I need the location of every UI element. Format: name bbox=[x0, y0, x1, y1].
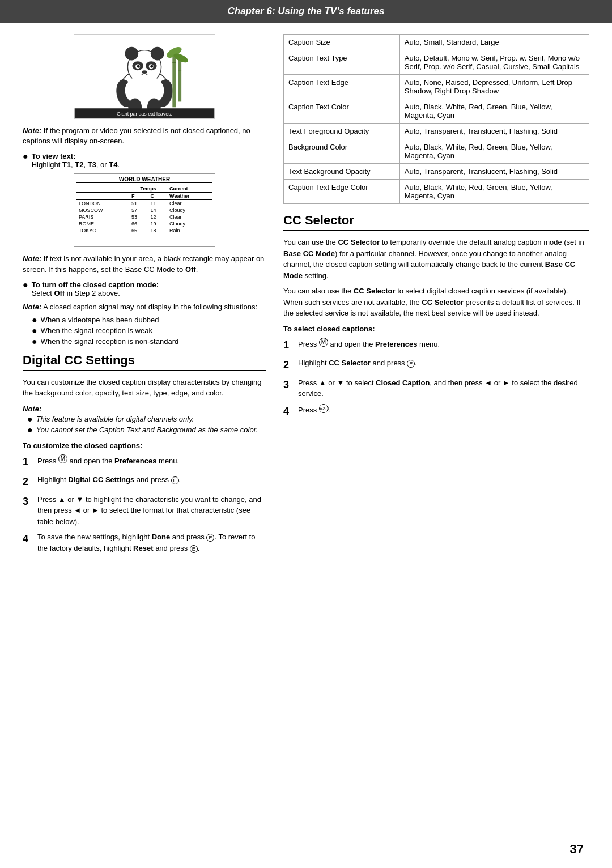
note1-label: Note: bbox=[23, 126, 41, 135]
note4-bullet2: ● You cannot set the Caption Text and Ba… bbox=[27, 426, 266, 435]
step-2: 2 Highlight Digital CC Settings and pres… bbox=[23, 474, 266, 490]
view-text-block: ● To view text: Highlight T1, T2, T3, or… bbox=[23, 152, 266, 169]
bullet-dot: ● bbox=[23, 152, 28, 161]
bullet-dot3: ● bbox=[32, 316, 37, 325]
step-num-2: 2 bbox=[23, 474, 37, 490]
note4-bullet1: ● This feature is available for digital … bbox=[27, 415, 266, 424]
bullet-dot5: ● bbox=[32, 337, 37, 346]
note1-block: Note: If the program or video you select… bbox=[23, 126, 266, 146]
svg-point-4 bbox=[151, 47, 164, 61]
cc-step-content-4: Press EXIT. bbox=[298, 404, 589, 419]
note2-block: Note: If text is not available in your a… bbox=[23, 254, 266, 274]
enter-icon4: E bbox=[407, 360, 415, 368]
turn-off-label: To turn off the closed caption mode: bbox=[32, 280, 159, 289]
step-num-1: 1 bbox=[23, 454, 37, 470]
left-column: Giant pandas eat leaves. Note: If the pr… bbox=[23, 34, 266, 558]
weather-row: ROME6619Cloudy bbox=[76, 220, 212, 227]
cc-para1: You can use the CC Selector to temporari… bbox=[283, 237, 589, 281]
caption-table-row: Text Foreground OpacityAuto, Transparent… bbox=[284, 124, 589, 139]
caption-table-label: Caption Text Type bbox=[284, 50, 400, 75]
exit-icon: EXIT bbox=[319, 404, 328, 413]
weather-title: WORLD WEATHER bbox=[76, 176, 212, 183]
view-text-content: To view text: Highlight T1, T2, T3, or T… bbox=[32, 152, 120, 169]
caption-table-row: Caption Text EdgeAuto, None, Raised, Dep… bbox=[284, 75, 589, 99]
step-content-2: Highlight Digital CC Settings and press … bbox=[37, 474, 266, 490]
step-3: 3 Press ▲ or ▼ to highlight the characte… bbox=[23, 494, 266, 527]
note2-label: Note: bbox=[23, 254, 41, 263]
cc-step-2: 2 Highlight CC Selector and press E. bbox=[283, 358, 589, 373]
step-content-3: Press ▲ or ▼ to highlight the characteri… bbox=[37, 494, 266, 527]
step-4: 4 To save the new settings, highlight Do… bbox=[23, 531, 266, 554]
cc-step-content-1: Press M and open the Preferences menu. bbox=[298, 338, 589, 353]
cc-step-content-2: Highlight CC Selector and press E. bbox=[298, 358, 589, 373]
note1-text: If the program or video you selected is … bbox=[23, 126, 250, 145]
weather-image: WORLD WEATHER Temps Current F C Weather bbox=[74, 173, 215, 247]
svg-point-11 bbox=[142, 70, 147, 74]
header-title: Chapter 6: Using the TV's features bbox=[227, 6, 384, 16]
step-num-3: 3 bbox=[23, 494, 37, 527]
caption-table-label: Caption Text Edge Color bbox=[284, 180, 400, 204]
customize-heading: To customize the closed captions: bbox=[23, 441, 266, 450]
note3-label: Note: bbox=[23, 303, 41, 311]
svg-point-9 bbox=[137, 65, 140, 68]
caption-table-label: Background Color bbox=[284, 139, 400, 164]
caption-table-value: Auto, None, Raised, Depressed, Uniform, … bbox=[400, 75, 589, 99]
digital-cc-para: You can customize the closed caption dis… bbox=[23, 377, 266, 399]
right-column: Caption SizeAuto, Small, Standard, Large… bbox=[283, 34, 589, 558]
caption-table-row: Text Background OpacityAuto, Transparent… bbox=[284, 164, 589, 180]
bullet-dot2: ● bbox=[23, 280, 28, 290]
caption-table-label: Text Foreground Opacity bbox=[284, 124, 400, 139]
svg-rect-17 bbox=[172, 52, 176, 108]
caption-table-value: Auto, Transparent, Translucent, Flashing… bbox=[400, 124, 589, 139]
svg-rect-18 bbox=[178, 57, 181, 101]
cc-step-1: 1 Press M and open the Preferences menu. bbox=[283, 338, 589, 353]
cc-step-num-4: 4 bbox=[283, 404, 298, 419]
turn-off-content: To turn off the closed caption mode: Sel… bbox=[32, 280, 159, 297]
weather-row: TOKYO6518Rain bbox=[76, 227, 212, 234]
weather-row: MOSCOW5714Cloudy bbox=[76, 207, 212, 214]
bullet-dot7: ● bbox=[27, 426, 33, 435]
cc-selector-title: CC Selector bbox=[283, 213, 589, 231]
cc-step-3: 3 Press ▲ or ▼ to select Closed Caption,… bbox=[283, 377, 589, 399]
step-content-1: Press M and open the Preferences menu. bbox=[37, 454, 266, 470]
weather-row: PARIS5312Clear bbox=[76, 214, 212, 220]
note3-text: A closed caption signal may not display … bbox=[43, 303, 257, 311]
svg-point-3 bbox=[125, 47, 138, 61]
bullet-weak: ● When the signal reception is weak bbox=[32, 326, 266, 335]
step-content-4: To save the new settings, highlight Done… bbox=[37, 531, 266, 554]
caption-table-label: Caption Text Color bbox=[284, 99, 400, 124]
menu-icon: M bbox=[58, 454, 67, 463]
caption-table-value: Auto, Default, Mono w. Serif, Prop. w. S… bbox=[400, 50, 589, 75]
menu-icon2: M bbox=[319, 338, 328, 347]
page-header: Chapter 6: Using the TV's features bbox=[0, 0, 612, 23]
caption-table-value: Auto, Transparent, Translucent, Flashing… bbox=[400, 164, 589, 180]
step-num-4: 4 bbox=[23, 531, 37, 554]
caption-settings-table: Caption SizeAuto, Small, Standard, Large… bbox=[283, 34, 589, 204]
caption-table-row: Caption Text TypeAuto, Default, Mono w. … bbox=[284, 50, 589, 75]
digital-cc-title: Digital CC Settings bbox=[23, 353, 266, 371]
cc-step-4: 4 Press EXIT. bbox=[283, 404, 589, 419]
svg-point-10 bbox=[150, 65, 153, 68]
svg-text:Giant pandas eat leaves.: Giant pandas eat leaves. bbox=[117, 111, 172, 117]
caption-table-value: Auto, Black, White, Red, Green, Blue, Ye… bbox=[400, 180, 589, 204]
cc-selector-section: CC Selector You can use the CC Selector … bbox=[283, 213, 589, 419]
turn-off-block: ● To turn off the closed caption mode: S… bbox=[23, 280, 266, 297]
view-text-label: To view text: bbox=[32, 152, 76, 160]
panda-image: Giant pandas eat leaves. bbox=[74, 34, 215, 119]
caption-table-label: Caption Size bbox=[284, 35, 400, 50]
caption-table-row: Background ColorAuto, Black, White, Red,… bbox=[284, 139, 589, 164]
bullet-nonstandard: ● When the signal reception is non-stand… bbox=[32, 337, 266, 346]
caption-table-value: Auto, Black, White, Red, Green, Blue, Ye… bbox=[400, 99, 589, 124]
note4-label: Note: bbox=[23, 405, 266, 413]
step-1: 1 Press M and open the Preferences menu. bbox=[23, 454, 266, 470]
bullet-dubbed: ● When a videotape has been dubbed bbox=[32, 316, 266, 325]
weather-row: LONDON5111Clear bbox=[76, 200, 212, 207]
cc-para2: You can also use the CC Selector to sele… bbox=[283, 286, 589, 319]
note3-block: Note: A closed caption signal may not di… bbox=[23, 302, 266, 312]
enter-icon: E bbox=[171, 476, 179, 484]
caption-table-row: Caption SizeAuto, Small, Standard, Large bbox=[284, 35, 589, 50]
bullet-dot4: ● bbox=[32, 326, 37, 335]
caption-table-row: Caption Text ColorAuto, Black, White, Re… bbox=[284, 99, 589, 124]
caption-table-label: Caption Text Edge bbox=[284, 75, 400, 99]
cc-step-num-1: 1 bbox=[283, 338, 298, 353]
